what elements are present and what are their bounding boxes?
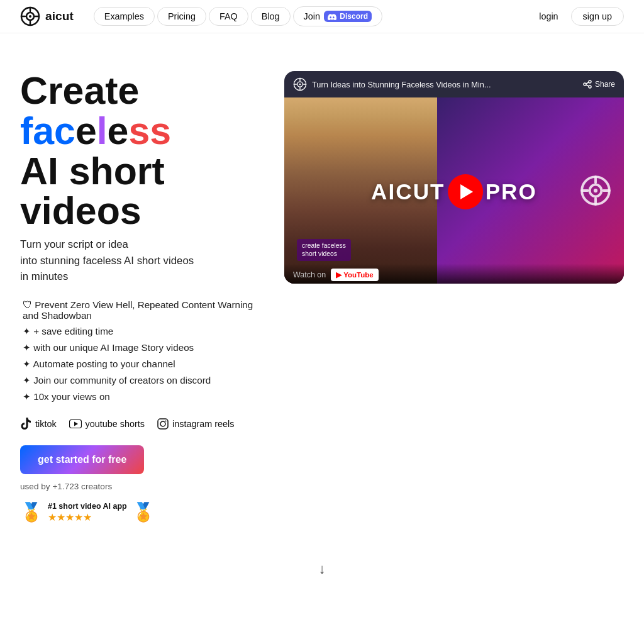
- nav-links: Examples Pricing FAQ Blog Join Discord: [94, 6, 531, 26]
- svg-rect-9: [158, 419, 168, 429]
- faceless-c: c: [54, 109, 75, 152]
- nav-discord[interactable]: Join Discord: [293, 6, 382, 26]
- feature-3: ✦ with our unique AI Image Story videos: [20, 342, 259, 353]
- faceless-l: l: [97, 109, 108, 152]
- nav-examples[interactable]: Examples: [94, 7, 155, 26]
- play-icon: [460, 184, 473, 199]
- platform-youtube: youtube shorts: [69, 419, 145, 429]
- video-container: Turn Ideas into Stunning Faceless Videos…: [284, 71, 624, 284]
- headline-ai-short: AI shortvideos: [20, 150, 165, 233]
- video-header-left: Turn Ideas into Stunning Faceless Videos…: [293, 77, 491, 91]
- award-stars: ★★★★★: [48, 511, 127, 523]
- video-aicut-logo-right: [580, 175, 611, 209]
- share-label: Share: [595, 80, 615, 89]
- svg-point-19: [589, 80, 591, 83]
- youtube-label: youtube shorts: [86, 419, 145, 429]
- discord-icon: [328, 14, 336, 20]
- nav-faq[interactable]: FAQ: [209, 7, 248, 26]
- faceless-s1: s: [128, 109, 150, 152]
- cta-button[interactable]: get started for free: [20, 445, 144, 474]
- headline-create: Create: [20, 69, 139, 112]
- feature-5: ✦ Join our community of creators on disc…: [20, 375, 259, 386]
- scroll-arrow-icon: ↓: [318, 561, 325, 577]
- video-aicut-icon: [293, 77, 307, 91]
- scroll-indicator: ↓: [0, 548, 644, 602]
- svg-line-23: [586, 85, 589, 86]
- navbar: aicut Examples Pricing FAQ Blog Join Dis…: [0, 0, 644, 33]
- hero-left: Create faceless AI shortvideos Turn your…: [20, 71, 259, 523]
- hero-subtitle: Turn your script or ideainto stunning fa…: [20, 236, 259, 284]
- laurel-left: 🏅: [20, 501, 43, 523]
- tiktok-label: tiktok: [35, 419, 57, 429]
- video-brand: AICUT PRO: [371, 174, 537, 209]
- video-header: Turn Ideas into Stunning Faceless Videos…: [284, 71, 624, 97]
- laurel-right: 🏅: [132, 501, 155, 523]
- feature-1: 🛡 Prevent Zero View Hell, Repeated Conte…: [20, 299, 259, 321]
- feature-2: ✦ + save editing time: [20, 326, 259, 337]
- faceless-e1: e: [75, 109, 97, 152]
- share-icon: [582, 79, 592, 89]
- svg-point-2: [29, 15, 31, 18]
- svg-line-22: [586, 82, 589, 84]
- discord-join-label: Join: [304, 11, 320, 21]
- svg-point-11: [165, 420, 167, 421]
- logo-icon: [20, 6, 40, 26]
- nav-blog[interactable]: Blog: [251, 7, 291, 26]
- faceless-f: f: [20, 109, 33, 152]
- hero-section: Create faceless AI shortvideos Turn your…: [0, 33, 644, 548]
- signup-button[interactable]: sign up: [571, 7, 624, 26]
- svg-marker-8: [74, 421, 78, 426]
- hero-video: Turn Ideas into Stunning Faceless Videos…: [284, 71, 624, 284]
- award-badge: 🏅 #1 short video AI app ★★★★★ 🏅: [20, 501, 259, 523]
- feature-4: ✦ Automate posting to your channel: [20, 358, 259, 370]
- video-footer: Watch on ▶ YouTube: [284, 264, 624, 284]
- hero-features: 🛡 Prevent Zero View Hell, Repeated Conte…: [20, 299, 259, 402]
- award-rank: #1 short video AI app: [48, 501, 127, 511]
- logo[interactable]: aicut: [20, 6, 74, 26]
- video-share-button[interactable]: Share: [582, 79, 615, 89]
- platforms: tiktok youtube shorts instagram reels: [20, 418, 259, 430]
- play-button[interactable]: [448, 174, 483, 209]
- discord-badge: Discord: [324, 11, 372, 22]
- small-text-overlay: create facelessshort videos: [297, 239, 351, 261]
- brand-text: AICUT: [371, 179, 445, 204]
- logo-text: aicut: [45, 9, 74, 23]
- svg-point-20: [584, 83, 586, 86]
- brand-suffix: PRO: [486, 179, 537, 204]
- headline-faceless: faceless: [20, 111, 171, 152]
- hero-headline: Create faceless AI shortvideos: [20, 71, 259, 231]
- svg-point-14: [299, 84, 301, 86]
- svg-point-10: [160, 421, 165, 426]
- video-title: Turn Ideas into Stunning Faceless Videos…: [312, 80, 491, 89]
- faceless-e2: e: [108, 109, 129, 152]
- instagram-label: instagram reels: [172, 419, 234, 429]
- nav-auth: login sign up: [531, 7, 624, 26]
- video-body: AICUT PRO: [284, 97, 624, 284]
- feature-6: ✦ 10x your views on: [20, 391, 259, 402]
- watch-on-text: Watch on: [293, 270, 326, 279]
- platform-tiktok: tiktok: [20, 418, 57, 430]
- used-by-text: used by +1.723 creators: [20, 482, 259, 491]
- nav-pricing[interactable]: Pricing: [157, 7, 206, 26]
- svg-point-21: [589, 86, 591, 88]
- login-button[interactable]: login: [531, 8, 565, 25]
- svg-point-26: [594, 189, 597, 192]
- instagram-icon: [157, 418, 169, 430]
- youtube-icon: [69, 419, 82, 428]
- faceless-s2: s: [150, 109, 171, 152]
- tiktok-icon: [20, 418, 31, 430]
- platform-instagram: instagram reels: [157, 418, 234, 430]
- youtube-button[interactable]: ▶ YouTube: [331, 269, 379, 281]
- faceless-a: a: [33, 109, 54, 152]
